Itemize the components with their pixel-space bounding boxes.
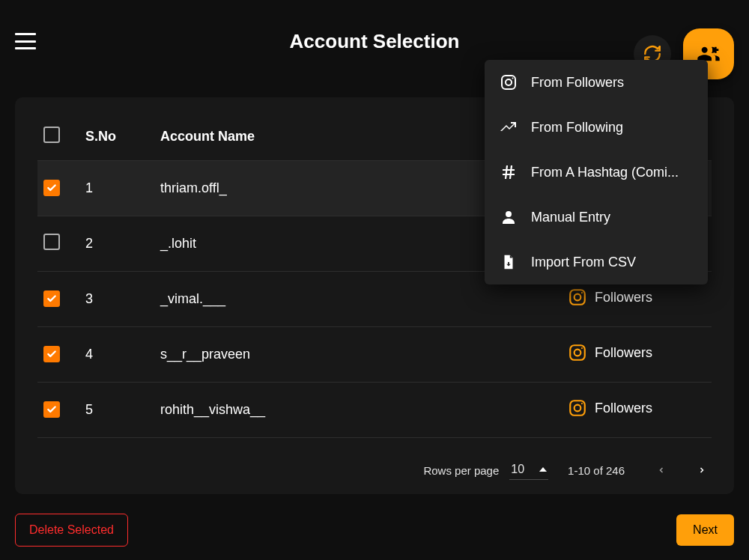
svg-line-24 <box>510 165 512 179</box>
row-sno: 1 <box>79 161 154 216</box>
menu-item-label: From Following <box>531 120 623 136</box>
row-sno: 3 <box>79 272 154 327</box>
next-button[interactable]: Next <box>676 514 734 546</box>
row-account-name: amr.xs._ <box>154 438 562 450</box>
instagram-icon <box>500 73 518 91</box>
table-row: 6amr.xs._Followers <box>37 438 712 450</box>
menu-item-hashtag[interactable]: From A Hashtag (Comi... <box>485 150 708 195</box>
bottom-actions: Delete Selected Next <box>15 514 734 547</box>
svg-line-23 <box>506 165 507 179</box>
file-icon <box>500 253 518 271</box>
add-accounts-menu: From FollowersFrom FollowingFrom A Hasht… <box>485 60 708 284</box>
chevron-right-icon <box>697 463 706 477</box>
rows-per-page-select[interactable]: 10 <box>509 461 548 480</box>
svg-rect-6 <box>570 290 585 305</box>
row-sno: 4 <box>79 327 154 383</box>
pagination: Rows per page 10 1-10 of 246 <box>15 455 712 485</box>
rows-per-page-label: Rows per page <box>423 464 499 477</box>
trend-icon <box>500 118 518 136</box>
menu-item-label: Manual Entry <box>531 210 610 225</box>
row-source: Followers <box>562 327 712 383</box>
row-source: Followers <box>562 383 712 438</box>
svg-rect-12 <box>570 401 585 416</box>
svg-point-14 <box>581 403 583 404</box>
svg-point-13 <box>574 405 581 412</box>
row-sno: 2 <box>79 216 154 272</box>
menu-item-file[interactable]: Import From CSV <box>485 240 708 284</box>
rows-per-page: Rows per page 10 <box>423 461 548 480</box>
row-source: Followers <box>562 438 712 450</box>
row-account-name: rohith__vishwa__ <box>154 383 562 438</box>
menu-item-trend[interactable]: From Following <box>485 105 708 150</box>
row-checkbox[interactable] <box>43 401 60 418</box>
menu-item-instagram[interactable]: From Followers <box>485 60 708 105</box>
menu-item-label: From Followers <box>531 75 624 91</box>
menu-item-person[interactable]: Manual Entry <box>485 195 708 240</box>
menu-item-label: From A Hashtag (Comi... <box>531 165 679 180</box>
next-page-button[interactable] <box>692 460 712 480</box>
svg-point-11 <box>581 347 583 349</box>
select-all-checkbox[interactable] <box>43 127 60 143</box>
svg-point-10 <box>574 350 581 356</box>
page-title: Account Selection <box>290 30 460 53</box>
svg-point-20 <box>512 78 514 79</box>
row-checkbox[interactable] <box>43 234 60 250</box>
prev-page-button[interactable] <box>652 460 671 480</box>
rows-per-page-value: 10 <box>511 463 524 476</box>
menu-item-label: Import From CSV <box>531 255 636 270</box>
row-checkbox[interactable] <box>43 180 60 196</box>
hashtag-icon <box>500 163 518 181</box>
person-icon <box>500 208 518 226</box>
svg-point-25 <box>506 211 512 217</box>
svg-rect-9 <box>570 345 585 360</box>
svg-point-19 <box>506 79 512 85</box>
svg-point-8 <box>581 292 583 293</box>
chevron-left-icon <box>657 463 666 477</box>
dropdown-icon <box>539 467 547 472</box>
menu-button[interactable] <box>15 33 36 49</box>
row-checkbox[interactable] <box>43 346 60 362</box>
row-sno: 6 <box>79 438 154 450</box>
row-account-name: s__r__praveen <box>154 327 562 383</box>
row-checkbox[interactable] <box>43 290 60 307</box>
svg-point-7 <box>574 294 581 301</box>
svg-rect-18 <box>502 76 515 89</box>
table-row: 4s__r__praveenFollowers <box>37 327 712 383</box>
pagination-range: 1-10 of 246 <box>568 464 625 477</box>
row-sno: 5 <box>79 383 154 438</box>
delete-selected-button[interactable]: Delete Selected <box>15 514 128 547</box>
table-row: 5rohith__vishwa__Followers <box>37 383 712 438</box>
header-sno: S.No <box>79 116 154 161</box>
